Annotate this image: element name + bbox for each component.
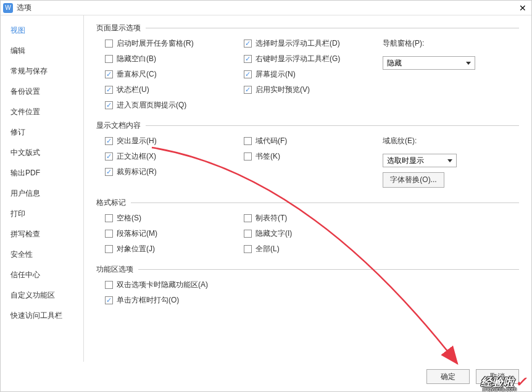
sidebar-item-revision[interactable]: 修订	[1, 122, 83, 143]
app-icon: W	[3, 3, 13, 13]
check-bookmark[interactable]: 书签(K)	[244, 151, 383, 162]
legend-page-display: 页面显示选项	[96, 23, 519, 33]
watermark-sub: jingyanla.com	[483, 386, 517, 392]
section-page-display: 页面显示选项 启动时展开任务窗格(R) 隐藏空白(B) 垂直标尺(C) 状态栏(…	[96, 23, 519, 111]
checkbox-icon	[244, 40, 252, 48]
section-doc-content: 显示文档内容 突出显示(H) 正文边框(X) 裁剪标记(R) 域代码(F) 书签…	[96, 120, 519, 188]
check-all[interactable]: 全部(L)	[244, 244, 383, 254]
legend-ribbon: 功能区选项	[96, 264, 519, 275]
sidebar-item-general-save[interactable]: 常规与保存	[1, 61, 83, 81]
checkbox-icon	[105, 168, 113, 176]
check-hide-blank[interactable]: 隐藏空白(B)	[105, 54, 244, 64]
sidebar-item-chinese-layout[interactable]: 中文版式	[1, 143, 83, 163]
check-crop-marks[interactable]: 裁剪标记(R)	[105, 167, 244, 177]
sidebar-item-view[interactable]: 视图	[1, 20, 83, 41]
sidebar-item-edit[interactable]: 编辑	[1, 41, 83, 61]
checkbox-icon	[105, 86, 113, 94]
check-object-anchor[interactable]: 对象位置(J)	[105, 244, 244, 254]
chevron-down-icon	[466, 62, 471, 65]
ok-button[interactable]: 确定	[426, 369, 470, 384]
checkbox-icon	[244, 70, 252, 78]
chevron-down-icon	[447, 159, 452, 162]
titlebar: W 选项 ✕	[1, 1, 531, 15]
checkbox-icon	[105, 40, 113, 48]
shading-select[interactable]: 选取时显示	[383, 154, 457, 167]
checkbox-icon	[244, 55, 252, 63]
checkbox-icon	[244, 86, 252, 94]
checkbox-icon	[105, 296, 113, 304]
sidebar-item-backup[interactable]: 备份设置	[1, 81, 83, 102]
sidebar-item-file-location[interactable]: 文件位置	[1, 102, 83, 122]
checkbox-icon	[244, 245, 252, 253]
legend-format-marks: 格式标记	[96, 198, 519, 208]
check-click-checkbox[interactable]: 单击方框时打勾(O)	[105, 295, 244, 306]
sidebar-item-trust-center[interactable]: 信任中心	[1, 265, 83, 285]
sidebar-item-export-pdf[interactable]: 输出PDF	[1, 163, 83, 183]
sidebar-item-security[interactable]: 安全性	[1, 244, 83, 265]
section-ribbon: 功能区选项 双击选项卡时隐藏功能区(A) 单击方框时打勾(O)	[96, 264, 519, 306]
check-task-pane[interactable]: 启动时展开任务窗格(R)	[105, 38, 244, 49]
checkbox-icon	[105, 137, 113, 145]
checkbox-icon	[105, 245, 113, 253]
check-header-footer-hint[interactable]: 进入页眉页脚提示(Q)	[105, 100, 244, 111]
check-field-code[interactable]: 域代码(F)	[244, 136, 383, 146]
check-float-rclick[interactable]: 右键时显示浮动工具栏(G)	[244, 54, 383, 64]
dialog-footer: 确定 取消	[1, 362, 531, 391]
select-value: 隐藏	[387, 58, 402, 69]
checkbox-icon	[105, 70, 113, 78]
check-dblclick-hide-ribbon[interactable]: 双击选项卡时隐藏功能区(A)	[105, 280, 244, 290]
checkbox-icon	[105, 55, 113, 63]
content-area: 页面显示选项 启动时展开任务窗格(R) 隐藏空白(B) 垂直标尺(C) 状态栏(…	[84, 15, 531, 362]
nav-pane-select[interactable]: 隐藏	[383, 56, 475, 70]
checkbox-icon	[105, 152, 113, 161]
check-body-border[interactable]: 正文边框(X)	[105, 151, 244, 162]
nav-pane-label: 导航窗格(P):	[383, 38, 494, 49]
sidebar-item-user-info[interactable]: 用户信息	[1, 183, 83, 204]
checkbox-icon	[105, 230, 113, 238]
section-format-marks: 格式标记 空格(S) 段落标记(M) 对象位置(J) 制表符(T) 隐藏文字(I…	[96, 198, 519, 254]
checkbox-icon	[244, 214, 252, 222]
shading-label: 域底纹(E):	[383, 136, 494, 146]
close-button[interactable]: ✕	[517, 2, 529, 14]
check-float-select[interactable]: 选择时显示浮动工具栏(D)	[244, 38, 383, 49]
font-substitution-button[interactable]: 字体替换(O)...	[383, 172, 444, 188]
check-live-preview[interactable]: 启用实时预览(V)	[244, 85, 383, 95]
sidebar-item-custom-ribbon[interactable]: 自定义功能区	[1, 285, 83, 306]
legend-doc-content: 显示文档内容	[96, 120, 519, 131]
checkbox-icon	[105, 101, 113, 109]
checkbox-icon	[105, 214, 113, 222]
check-space[interactable]: 空格(S)	[105, 213, 244, 223]
check-status-bar[interactable]: 状态栏(U)	[105, 85, 244, 95]
sidebar-item-print[interactable]: 打印	[1, 204, 83, 224]
main-area: 视图 编辑 常规与保存 备份设置 文件位置 修订 中文版式 输出PDF 用户信息…	[1, 15, 531, 362]
checkbox-icon	[244, 152, 252, 161]
select-value: 选取时显示	[387, 156, 424, 166]
check-screen-tip[interactable]: 屏幕提示(N)	[244, 69, 383, 80]
check-hidden-text[interactable]: 隐藏文字(I)	[244, 228, 383, 239]
window-title: 选项	[17, 2, 517, 13]
checkbox-icon	[105, 281, 113, 289]
check-vertical-ruler[interactable]: 垂直标尺(C)	[105, 69, 244, 80]
checkbox-icon	[244, 230, 252, 238]
checkbox-icon	[244, 137, 252, 145]
sidebar: 视图 编辑 常规与保存 备份设置 文件位置 修订 中文版式 输出PDF 用户信息…	[1, 15, 84, 362]
check-tab[interactable]: 制表符(T)	[244, 213, 383, 223]
check-paragraph-mark[interactable]: 段落标记(M)	[105, 228, 244, 239]
sidebar-item-spell-check[interactable]: 拼写检查	[1, 224, 83, 244]
check-highlight[interactable]: 突出显示(H)	[105, 136, 244, 146]
sidebar-item-quick-access[interactable]: 快速访问工具栏	[1, 306, 83, 326]
